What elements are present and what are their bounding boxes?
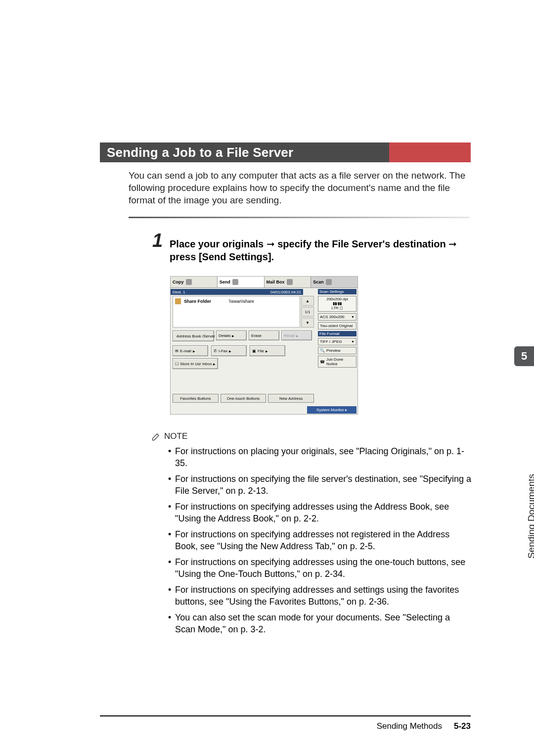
note-label: NOTE <box>164 431 187 441</box>
arrow-icon: ➞ <box>267 238 275 249</box>
tab-label: Send <box>220 280 230 284</box>
button-label: Store In Usr Inbox <box>180 362 212 366</box>
tab-mailbox[interactable]: Mail Box <box>265 277 312 287</box>
arrow-icon: ➞ <box>448 238 457 249</box>
send-icon <box>232 279 238 285</box>
folder-icon <box>175 298 181 304</box>
tab-label: Copy <box>173 280 184 284</box>
button-label: Two-sided Original <box>320 324 353 328</box>
tab-bar: Copy Send Mail Box Scan <box>171 277 357 288</box>
dest-count: Dest. 1 <box>173 290 185 294</box>
list-item[interactable]: Share Folder \\swan\share <box>175 297 298 305</box>
scan-settings-box[interactable]: 200x200 dpi ▮▮/▮▮ LTR ◻ <box>318 296 356 312</box>
ifax-button[interactable]: ✆I-Fax <box>211 345 247 356</box>
address-book-button[interactable]: Address Book /Server <box>173 331 214 341</box>
email-button[interactable]: ✉E-mail <box>173 345 208 356</box>
scan-icon <box>326 279 332 285</box>
recall-button: Recall <box>281 331 312 340</box>
intro-paragraph: You can send a job to any computer that … <box>129 169 470 206</box>
note-list: For instructions on placing your origina… <box>168 445 472 639</box>
button-label: I-Fax <box>219 349 227 353</box>
step-text-c: press [Send Settings]. <box>170 251 274 262</box>
file-button[interactable]: ▣File <box>250 345 285 356</box>
copy-icon <box>186 279 192 285</box>
footer-rule <box>100 715 471 716</box>
tab-copy[interactable]: Copy <box>171 277 218 287</box>
divider <box>129 217 470 218</box>
step-number: 1 <box>152 230 163 251</box>
erase-button[interactable]: Erase <box>249 331 279 340</box>
note-heading: NOTE <box>151 431 187 441</box>
preview-icon: 🔍 <box>320 348 325 353</box>
page-footer: Sending Methods 5-23 <box>100 721 471 731</box>
note-item: For instructions on placing your origina… <box>168 445 472 469</box>
pencil-icon <box>151 431 161 441</box>
scan-size: LTR ◻ <box>331 306 343 311</box>
address-type-row: ✉E-mail ✆I-Fax ▣File <box>173 345 314 356</box>
footer-section: Sending Methods <box>377 721 442 731</box>
step-instruction: Place your originals ➞ specify the File … <box>170 237 470 263</box>
chapter-number: 5 <box>521 350 527 363</box>
newaddress-tab[interactable]: New Address <box>268 394 314 403</box>
button-label: Job Done Notice <box>326 357 355 366</box>
page-indicator: 1/1 <box>301 307 314 317</box>
step-text-a: Place your originals <box>170 238 267 249</box>
dropdown-label: TIFF / JPEG <box>320 339 342 344</box>
mailbox-icon <box>287 279 293 285</box>
section-header: Sending a Job to a File Server <box>100 142 471 162</box>
bottom-tab-row: Favorites Buttons One-touch Buttons New … <box>173 394 314 403</box>
note-item: For instructions on specifying the file … <box>168 473 472 497</box>
button-label: E-mail <box>180 349 191 353</box>
store-inbox-button[interactable]: ☐Store In Usr Inbox <box>173 358 218 369</box>
scan-settings-header: Scan Settings <box>318 289 356 294</box>
dest-path: \\swan\share <box>229 299 254 304</box>
button-label: Preview <box>326 348 340 353</box>
file-format-dropdown[interactable]: TIFF / JPEG <box>318 338 356 345</box>
tab-label: Scan <box>313 280 324 284</box>
tab-send[interactable]: Send <box>218 277 265 287</box>
chapter-label: Sending Documents <box>526 474 534 559</box>
store-row: ☐Store In Usr Inbox <box>173 358 252 369</box>
file-icon: ▣ <box>252 349 256 353</box>
tab-scan[interactable]: Scan <box>311 277 357 287</box>
tab-label: New Address <box>279 396 303 401</box>
footer-page: 5-23 <box>454 721 471 731</box>
mail-icon: ✉ <box>175 349 178 353</box>
button-label: Recall <box>284 333 295 338</box>
section-title: Sending a Job to a File Server <box>107 145 293 160</box>
onetouch-tab[interactable]: One-touch Buttons <box>221 394 267 403</box>
screenshot-body: Dest. 1 04/01/2003 04:21 Share Folder \\… <box>171 288 357 415</box>
note-item: For instructions on specifying addresses… <box>168 528 472 552</box>
system-monitor-button[interactable]: System Monitor ▸ <box>307 406 356 414</box>
dropdown-label: ACS 200x200 <box>320 315 344 319</box>
date-bar: Dest. 1 04/01/2003 04:21 <box>171 289 303 295</box>
page-up-button[interactable]: ▲ <box>301 296 314 306</box>
note-item: For instructions on specifying addresses… <box>168 556 472 580</box>
note-item: For instructions on specifying addresses… <box>168 584 472 608</box>
destination-list[interactable]: Share Folder \\swan\share <box>173 296 300 328</box>
mid-button-row: Address Book /Server Details Erase Recal… <box>173 331 314 341</box>
right-panel: Scan Settings 200x200 dpi ▮▮/▮▮ LTR ◻ AC… <box>318 289 356 414</box>
inbox-icon: ☐ <box>175 362 178 366</box>
button-label: Details <box>219 333 230 338</box>
chapter-tab: 5 <box>514 346 534 366</box>
pager: ▲ 1/1 ▼ <box>301 296 314 328</box>
button-label: File <box>258 349 264 353</box>
tab-label: Favorites Buttons <box>180 396 211 401</box>
step-text-b: specify the File Server's destination <box>277 238 448 249</box>
notice-icon: ☎ <box>320 360 325 364</box>
device-screenshot: Copy Send Mail Box Scan Dest. 1 04/01/20… <box>170 276 358 415</box>
favorites-tab[interactable]: Favorites Buttons <box>173 394 219 403</box>
acs-dropdown[interactable]: ACS 200x200 <box>318 313 356 321</box>
file-format-header: File Format <box>318 331 356 336</box>
job-done-button[interactable]: ☎Job Done Notice <box>318 356 356 368</box>
tab-label: One-touch Buttons <box>227 396 260 401</box>
details-button[interactable]: Details <box>216 331 247 340</box>
page-down-button[interactable]: ▼ <box>301 318 314 328</box>
tab-label: Mail Box <box>267 280 285 284</box>
button-label: Address Book /Server <box>177 334 215 338</box>
ifax-icon: ✆ <box>214 349 217 353</box>
preview-button[interactable]: 🔍Preview <box>318 347 356 354</box>
dest-name: Share Folder <box>184 299 211 304</box>
two-sided-button[interactable]: Two-sided Original <box>318 322 356 330</box>
